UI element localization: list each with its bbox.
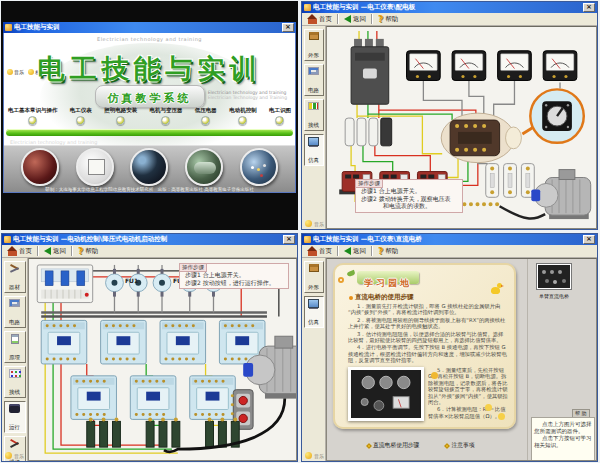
menu-item-motors-transformers[interactable]: 电机与变压器 xyxy=(149,107,182,125)
title-bar[interactable]: 电工技能与实训 —电动机控制\降压式电动机启动控制 × xyxy=(2,234,297,245)
circuit-icon xyxy=(9,299,20,307)
close-button[interactable]: × xyxy=(583,3,595,12)
computer-icon xyxy=(308,137,319,146)
music-icon xyxy=(305,220,312,227)
step-paragraph: 2．将被测电阻用较粗的铜导线接于面板上标有“RX”的两接线柱上并拧紧，使其处于良… xyxy=(348,317,508,330)
simulation-canvas: FU1 FU2 操作步骤 步骤1 合上电源开关。 步骤2 按动按钮，进行运行操作… xyxy=(28,258,297,461)
menu-item-motor-control[interactable]: 电动机控制 xyxy=(229,107,257,125)
help-button[interactable]: ?帮助 xyxy=(374,14,402,25)
home-button[interactable]: 首页 xyxy=(304,246,336,257)
sidebar-item-run[interactable]: 运行 xyxy=(4,401,26,433)
operation-steps: 操作步骤 步骤1 合上电源开关。 步骤2 按动按钮，进行运行操作。 xyxy=(179,263,289,289)
separator xyxy=(371,246,373,256)
home-button[interactable]: 首页 xyxy=(304,14,336,25)
music-toggle[interactable]: 音乐 xyxy=(305,220,324,227)
photo-parts xyxy=(240,148,278,186)
circuit-breaker[interactable] xyxy=(351,39,389,104)
bullet-icon xyxy=(445,443,451,449)
photo-row: 5．测量结束后，先松开按钮 G，再松开按钮 B，切断电源。拆除被测电阻，记录数据… xyxy=(348,367,510,421)
steps-header: 操作步骤 xyxy=(179,263,207,272)
sidebar-item-circuit[interactable]: 电路 xyxy=(4,296,26,328)
step-paragraphs-cont: 5．测量结束后，先松开按钮 G，再松开按钮 B，切断电源。拆除被测电阻，记录数据… xyxy=(428,367,510,421)
close-button[interactable]: × xyxy=(282,23,294,32)
back-button[interactable]: 返回 xyxy=(340,246,370,257)
home-button[interactable]: 首页 xyxy=(4,246,36,257)
english-subtitle: Electrician technology and training Elec… xyxy=(208,90,287,100)
help-button[interactable]: ?帮助 xyxy=(74,246,102,257)
window-title: 电工技能与实训 xyxy=(14,22,280,33)
sidebar: 器材 电路 原理 接线 运行 维修 xyxy=(2,258,28,461)
separator xyxy=(337,246,339,256)
circuit-breaker[interactable] xyxy=(37,265,92,303)
contactor xyxy=(130,376,176,420)
back-button[interactable]: 返回 xyxy=(40,246,70,257)
step-paragraph: 1．测量前先打开检流计锁扣，即将 G 接线柱处的金属锁片由“内接”拨到“外接”，… xyxy=(348,303,508,316)
fuse xyxy=(153,269,171,297)
photo-component xyxy=(130,148,168,186)
sidebar-item-equipment[interactable]: 器材 xyxy=(4,261,26,293)
box-icon xyxy=(309,264,319,272)
panel-meter xyxy=(498,51,532,81)
title-bar[interactable]: 电工技能与实训 × xyxy=(3,22,296,33)
close-button[interactable]: × xyxy=(283,235,295,244)
photo-meter xyxy=(76,148,114,186)
question-icon: ? xyxy=(378,247,383,256)
close-button[interactable]: × xyxy=(583,235,595,244)
flower-icon xyxy=(485,404,492,411)
bridge-panel-graphic xyxy=(351,370,421,418)
motor-graphic xyxy=(531,170,590,220)
plug-icon xyxy=(9,404,20,413)
help-button[interactable]: ?帮助 xyxy=(374,246,402,257)
separator xyxy=(337,14,339,24)
title-bar[interactable]: 电工技能与实训 —电工仪表\配电板 × xyxy=(302,2,597,13)
learning-card: 学习园地 直流电桥的使用步骤 1．测量前先打开检流计锁扣，即将 G 接线柱处的金… xyxy=(333,263,516,429)
toolbar: 首页 返回 ?帮助 xyxy=(302,13,597,26)
menu-item-basics[interactable]: 电工基本常识与操作 xyxy=(8,107,58,125)
music-toggle[interactable]: 音乐 xyxy=(5,452,24,459)
link-usage-steps[interactable]: 直流电桥使用步骤 xyxy=(367,441,419,450)
splash-content: Electrician technology and training 音乐 相… xyxy=(3,33,296,193)
sidebar-item-wiring[interactable]: 接线 xyxy=(304,99,324,131)
terminals-icon xyxy=(9,369,21,378)
transfer-switch[interactable] xyxy=(441,113,521,163)
flower-icon xyxy=(498,413,505,420)
title-bar[interactable]: 电工技能与实训 —电工仪表\直流电桥 × xyxy=(302,234,597,245)
bridge-thumbnail[interactable] xyxy=(536,263,572,290)
circuit-icon xyxy=(308,67,319,75)
sidebar-item-simulation[interactable]: 仿真 xyxy=(304,296,324,328)
menu-item-lighting[interactable]: 照明电路安装 xyxy=(104,107,137,125)
menu-item-diagram-reading[interactable]: 电工识图 xyxy=(269,107,291,125)
fuse-group[interactable] xyxy=(345,118,392,146)
bridge-photo xyxy=(348,367,424,421)
back-button[interactable]: 返回 xyxy=(340,14,370,25)
fuse-label: FU1 xyxy=(125,277,138,284)
main-title: 电工技能与实训 xyxy=(4,51,295,87)
link-precautions[interactable]: 注意事项 xyxy=(445,441,474,450)
sidebar-item-wiring[interactable]: 接线 xyxy=(4,366,26,398)
window-icon xyxy=(304,236,311,243)
window-title: 电工技能与实训 —电动机控制\降压式电动机启动控制 xyxy=(13,234,281,245)
sidebar-item-principle[interactable]: 原理 xyxy=(4,331,26,363)
radio-icon xyxy=(238,116,247,125)
step-paragraph: 3．估计待测电阻阻值，以便选择合适的比较臂与比值臂。选择比较臂，最好能使比较臂的… xyxy=(348,331,508,344)
sidebar-item-circuit[interactable]: 电路 xyxy=(304,64,324,96)
separator xyxy=(71,246,73,256)
contactor xyxy=(71,376,117,420)
music-toggle[interactable]: 音乐 xyxy=(305,452,324,459)
coil-group xyxy=(87,417,121,447)
sidebar: 外形 电路 接线 仿真 xyxy=(302,26,326,229)
menu-item-instruments[interactable]: 电工仪表 xyxy=(70,107,92,125)
music-icon xyxy=(5,452,12,459)
menu-item-lv-apparatus[interactable]: 低压电器 xyxy=(195,107,217,125)
photo-motor xyxy=(185,148,223,186)
credit-line: 研制：大连海事大学信息工程学院信息教育技术研究所 出版：高等教育出版社 高等教育… xyxy=(4,187,295,192)
photo-band: 研制：大连海事大学信息工程学院信息教育技术研究所 出版：高等教育出版社 高等教育… xyxy=(4,145,295,193)
fuse-link xyxy=(504,164,517,198)
sidebar-item-appearance[interactable]: 外形 xyxy=(304,29,324,61)
green-divider-bar xyxy=(6,129,293,136)
sidebar-item-appearance[interactable]: 外形 xyxy=(304,261,324,293)
radio-icon xyxy=(76,116,85,125)
window-icon xyxy=(5,24,12,31)
sidebar-item-simulation[interactable]: 仿真 xyxy=(304,134,324,166)
topic-line: 直流电桥的使用步骤 xyxy=(349,293,414,302)
